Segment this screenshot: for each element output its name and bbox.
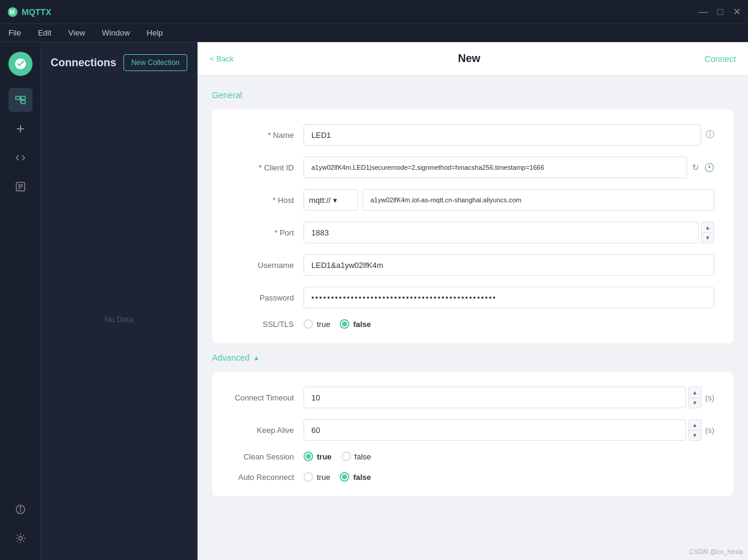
keep-alive-decrement-button[interactable]: ▼ bbox=[688, 430, 702, 441]
host-label: * Host bbox=[231, 196, 304, 205]
ssl-false-option[interactable]: false bbox=[340, 319, 371, 329]
port-spinner: ▲ ▼ bbox=[304, 222, 714, 243]
ssl-tls-row: SSL/TLS true false bbox=[231, 319, 714, 329]
auto-reconnect-false-option[interactable]: false bbox=[340, 472, 371, 482]
auto-reconnect-true-option[interactable]: true bbox=[304, 472, 330, 482]
app-logo: M MQTTX bbox=[7, 7, 51, 17]
port-spinner-buttons: ▲ ▼ bbox=[701, 222, 714, 243]
keep-alive-label: Keep Alive bbox=[231, 426, 304, 435]
name-input-wrap: ⓘ bbox=[304, 124, 714, 146]
client-id-row: * Client ID ↻ 🕐 bbox=[231, 157, 714, 178]
username-row: Username bbox=[231, 254, 714, 276]
connections-panel: Connections New Collection No Data bbox=[41, 42, 198, 560]
clean-session-false-radio[interactable] bbox=[341, 452, 351, 461]
ssl-tls-radio-group: true false bbox=[304, 319, 714, 329]
username-input[interactable] bbox=[304, 254, 714, 276]
svg-rect-2 bbox=[16, 96, 20, 99]
app-body: Connections New Collection No Data < Bac… bbox=[0, 42, 748, 560]
sidebar-item-log[interactable] bbox=[8, 175, 33, 199]
client-id-input-wrap: ↻ 🕐 bbox=[304, 157, 714, 178]
auto-reconnect-false-radio[interactable] bbox=[340, 472, 349, 482]
ssl-false-label: false bbox=[353, 320, 371, 329]
auto-reconnect-row: Auto Reconnect true false bbox=[231, 472, 714, 482]
menu-file[interactable]: File bbox=[5, 27, 25, 39]
window-controls: — □ ✕ bbox=[698, 7, 741, 17]
name-label: * Name bbox=[231, 131, 304, 140]
titlebar: M MQTTX — □ ✕ bbox=[0, 0, 748, 24]
form-area: General * Name ⓘ * Client ID ↻ bbox=[198, 76, 748, 520]
new-collection-button[interactable]: New Collection bbox=[123, 54, 187, 71]
client-id-input[interactable] bbox=[304, 157, 687, 178]
host-protocol-select[interactable]: mqtt:// ▾ bbox=[304, 189, 358, 211]
client-id-label: * Client ID bbox=[231, 163, 304, 172]
main-content: < Back New Connect General * Name ⓘ * bbox=[198, 42, 748, 560]
svg-point-16 bbox=[20, 507, 21, 508]
sidebar-item-settings[interactable] bbox=[8, 526, 33, 550]
svg-text:M: M bbox=[10, 9, 14, 16]
sidebar-item-info[interactable] bbox=[8, 497, 33, 521]
password-row: Password bbox=[231, 287, 714, 308]
name-info-icon[interactable]: ⓘ bbox=[706, 129, 714, 140]
menu-help[interactable]: Help bbox=[143, 27, 167, 39]
clean-session-true-label: true bbox=[317, 452, 332, 461]
clean-session-row: Clean Session true false bbox=[231, 452, 714, 461]
host-input[interactable] bbox=[363, 189, 714, 211]
name-input[interactable] bbox=[304, 124, 701, 146]
keep-alive-input[interactable] bbox=[304, 419, 686, 441]
client-id-refresh-icon[interactable]: ↻ bbox=[692, 163, 699, 172]
advanced-collapse-icon[interactable]: ▲ bbox=[253, 354, 260, 361]
svg-point-17 bbox=[19, 537, 22, 540]
port-decrement-button[interactable]: ▼ bbox=[701, 232, 714, 243]
connections-title: Connections bbox=[51, 57, 116, 69]
sidebar-item-connections[interactable] bbox=[8, 88, 33, 112]
ssl-true-option[interactable]: true bbox=[304, 319, 330, 329]
keep-alive-unit: (s) bbox=[705, 426, 714, 435]
svg-rect-4 bbox=[21, 101, 25, 104]
connect-button[interactable]: Connect bbox=[705, 54, 736, 64]
menu-window[interactable]: Window bbox=[98, 27, 133, 39]
auto-reconnect-true-label: true bbox=[317, 473, 330, 482]
clean-session-true-option[interactable]: true bbox=[304, 452, 332, 461]
advanced-form-card: Connect Timeout ▲ ▼ (s) Keep Alive bbox=[212, 372, 734, 496]
host-inputs: mqtt:// ▾ bbox=[304, 189, 714, 211]
auto-reconnect-radio-group: true false bbox=[304, 472, 714, 482]
menu-view[interactable]: View bbox=[64, 27, 89, 39]
back-button[interactable]: < Back bbox=[210, 54, 234, 63]
password-input[interactable] bbox=[304, 287, 714, 308]
clean-session-true-radio[interactable] bbox=[304, 452, 313, 461]
sidebar-item-add[interactable] bbox=[8, 117, 33, 141]
ssl-true-label: true bbox=[317, 320, 330, 329]
watermark: CSDN @cn_hexia bbox=[690, 548, 743, 555]
close-button[interactable]: ✕ bbox=[733, 7, 741, 17]
port-label: * Port bbox=[231, 228, 304, 237]
sidebar-logo bbox=[8, 52, 33, 76]
port-input[interactable] bbox=[304, 222, 699, 243]
keep-alive-increment-button[interactable]: ▲ bbox=[688, 419, 702, 430]
sidebar-item-script[interactable] bbox=[8, 146, 33, 170]
keep-alive-spinner: ▲ ▼ bbox=[304, 419, 702, 441]
connect-timeout-increment-button[interactable]: ▲ bbox=[688, 387, 702, 397]
no-data-label: No Data bbox=[41, 78, 197, 560]
menu-edit[interactable]: Edit bbox=[34, 27, 55, 39]
svg-rect-3 bbox=[21, 96, 25, 99]
clean-session-false-label: false bbox=[355, 452, 371, 461]
auto-reconnect-false-inner bbox=[342, 474, 347, 479]
app-title: MQTTX bbox=[22, 7, 51, 17]
clean-session-false-option[interactable]: false bbox=[341, 452, 371, 461]
maximize-button[interactable]: □ bbox=[717, 7, 723, 17]
connect-timeout-input[interactable] bbox=[304, 387, 686, 408]
general-section-title: General bbox=[212, 90, 734, 100]
name-row: * Name ⓘ bbox=[231, 124, 714, 146]
auto-reconnect-true-radio[interactable] bbox=[304, 472, 313, 482]
username-label: Username bbox=[231, 261, 304, 270]
connect-timeout-decrement-button[interactable]: ▼ bbox=[688, 397, 702, 408]
port-row: * Port ▲ ▼ bbox=[231, 222, 714, 243]
ssl-true-radio[interactable] bbox=[304, 319, 313, 329]
ssl-false-radio[interactable] bbox=[340, 319, 349, 329]
menubar: File Edit View Window Help bbox=[0, 24, 748, 42]
connect-timeout-row: Connect Timeout ▲ ▼ (s) bbox=[231, 387, 714, 408]
port-increment-button[interactable]: ▲ bbox=[701, 222, 714, 232]
client-id-history-icon[interactable]: 🕐 bbox=[704, 163, 714, 172]
minimize-button[interactable]: — bbox=[698, 7, 708, 17]
connections-header: Connections New Collection bbox=[41, 42, 197, 78]
